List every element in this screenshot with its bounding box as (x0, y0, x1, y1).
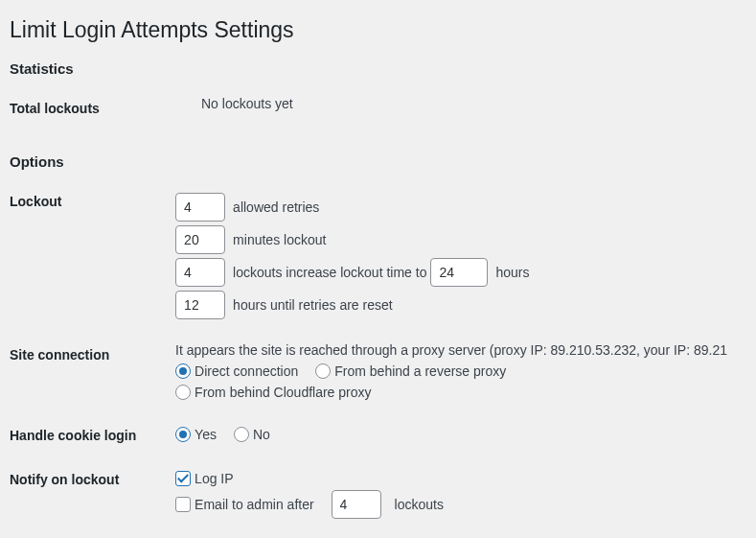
reset-text: hours until retries are reset (233, 297, 393, 313)
site-connection-reverse-proxy-text: From behind a reverse proxy (334, 363, 506, 379)
increase-text-prefix: lockouts increase lockout time to (233, 265, 426, 280)
allowed-retries-input[interactable] (175, 193, 225, 222)
notify-on-lockout-label: Notify on lockout (10, 457, 175, 532)
site-connection-description: It appears the site is reached through a… (175, 342, 727, 358)
section-statistics-heading: Statistics (10, 60, 737, 77)
notify-log-ip-label[interactable]: Log IP (175, 471, 233, 486)
handle-cookie-yes-label[interactable]: Yes (175, 427, 217, 442)
site-connection-direct-label[interactable]: Direct connection (175, 363, 298, 379)
site-connection-direct-radio[interactable] (175, 363, 191, 379)
handle-cookie-no-radio[interactable] (234, 427, 249, 442)
site-connection-cloudflare-radio[interactable] (175, 385, 191, 400)
notify-email-after-input[interactable] (332, 490, 381, 519)
notify-email-checkbox[interactable] (175, 497, 191, 512)
handle-cookie-no-label[interactable]: No (234, 427, 270, 442)
notify-log-ip-text: Log IP (195, 471, 233, 486)
handle-cookie-no-text: No (253, 427, 270, 442)
increase-count-input[interactable] (175, 258, 225, 287)
handle-cookie-yes-radio[interactable] (175, 427, 191, 442)
site-connection-cloudflare-label[interactable]: From behind Cloudflare proxy (175, 385, 371, 400)
site-connection-direct-text: Direct connection (195, 363, 298, 379)
notify-email-label[interactable]: Email to admin after (175, 497, 314, 512)
minutes-lockout-input[interactable] (175, 225, 225, 254)
statistics-table: Total lockouts No lockouts yet (10, 86, 737, 130)
allowed-retries-text: allowed retries (233, 199, 319, 215)
handle-cookie-login-label: Handle cookie login (10, 413, 175, 457)
lockout-label: Lockout (10, 179, 175, 333)
section-options-heading: Options (10, 153, 737, 170)
site-connection-reverse-proxy-radio[interactable] (315, 363, 331, 379)
notify-email-prefix: Email to admin after (195, 497, 314, 512)
minutes-lockout-text: minutes lockout (233, 232, 326, 247)
options-table: Lockout allowed retries minutes lockout … (10, 179, 737, 532)
total-lockouts-label: Total lockouts (10, 86, 201, 130)
notify-email-suffix: lockouts (395, 497, 444, 512)
notify-log-ip-checkbox[interactable] (175, 471, 191, 486)
page-title: Limit Login Attempts Settings (10, 17, 737, 43)
reset-hours-input[interactable] (175, 291, 225, 319)
increase-hours-input[interactable] (430, 258, 488, 287)
total-lockouts-value: No lockouts yet (201, 86, 737, 130)
increase-text-suffix: hours (495, 265, 529, 280)
site-connection-cloudflare-text: From behind Cloudflare proxy (195, 385, 371, 400)
site-connection-reverse-proxy-label[interactable]: From behind a reverse proxy (315, 363, 506, 379)
handle-cookie-yes-text: Yes (195, 427, 217, 442)
site-connection-label: Site connection (10, 333, 175, 413)
